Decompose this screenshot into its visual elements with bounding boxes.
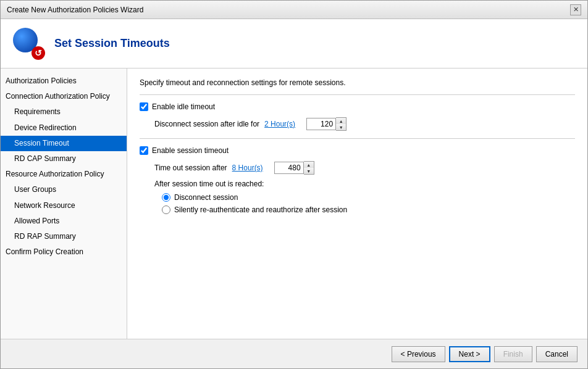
reauth-radio-row: Silently re-authenticate and reauthorize… [162,205,575,214]
sidebar-item-rd-rap-summary[interactable]: RD RAP Summary [1,229,127,244]
page-title: Set Session Timeouts [54,37,170,50]
idle-timeout-checkbox-row: Enable idle timeout [140,102,575,111]
cancel-button[interactable]: Cancel [536,346,578,362]
sidebar-item-requirements[interactable]: Requirements [1,104,127,120]
after-session-label: After session time out is reached: [154,180,575,188]
sidebar-item-resource-auth-policy[interactable]: Resource Authorization Policy [1,167,127,182]
session-spinner: ▲ ▼ [274,161,314,175]
session-hours-label[interactable]: 8 Hour(s) [232,164,263,172]
header-area: ↺ Set Session Timeouts [1,19,587,68]
session-timeout-checkbox[interactable] [140,146,148,155]
sidebar-item-auth-policies[interactable]: Authorization Policies [1,73,127,89]
section-divider-1 [140,138,575,139]
idle-timeout-checkbox[interactable] [140,102,148,111]
footer: < Previous Next > Finish Cancel [1,339,587,368]
sidebar-item-allowed-ports[interactable]: Allowed Ports [1,214,127,229]
reauth-radio-label: Silently re-authenticate and reauthorize… [174,205,347,214]
arrow-icon: ↺ [32,46,45,60]
session-spinner-up[interactable]: ▲ [304,162,314,168]
sidebar-item-rd-cap-summary[interactable]: RD CAP Summary [1,151,127,167]
next-button[interactable]: Next > [449,346,490,362]
wizard-icon: ↺ [13,28,45,60]
sidebar: Authorization PoliciesConnection Authori… [1,68,127,339]
session-spinner-down[interactable]: ▼ [304,168,314,174]
content-area: Specify timeout and reconnection setting… [127,68,587,339]
close-button[interactable]: ✕ [570,4,581,15]
sidebar-item-network-resource[interactable]: Network Resource [1,198,127,214]
sidebar-item-user-groups[interactable]: User Groups [1,182,127,197]
idle-row-label: Disconnect session after idle for [154,120,259,128]
idle-spinner-down[interactable]: ▼ [336,124,346,130]
idle-hours-label[interactable]: 2 Hour(s) [264,120,295,128]
session-timeout-row: Time out session after 8 Hour(s) ▲ ▼ [154,161,575,175]
session-timeout-checkbox-row: Enable session timeout [140,146,575,155]
main-area: Authorization PoliciesConnection Authori… [1,68,587,339]
disconnect-radio-label: Disconnect session [174,193,238,202]
sidebar-item-conn-auth-policy[interactable]: Connection Authorization Policy [1,89,127,104]
previous-button[interactable]: < Previous [392,346,445,362]
session-spinner-buttons: ▲ ▼ [304,161,314,175]
session-row-label: Time out session after [154,164,227,172]
disconnect-radio-row: Disconnect session [162,193,575,202]
sidebar-item-device-redirection[interactable]: Device Redirection [1,120,127,136]
idle-timeout-row: Disconnect session after idle for 2 Hour… [154,117,575,131]
disconnect-radio[interactable] [162,193,170,202]
sidebar-item-session-timeout[interactable]: Session Timeout [1,136,127,151]
title-bar: Create New Authorization Policies Wizard… [1,1,587,19]
session-timeout-label: Enable session timeout [152,146,229,155]
idle-spinner: ▲ ▼ [306,117,346,131]
idle-spinner-buttons: ▲ ▼ [336,117,346,131]
idle-value-input[interactable] [306,118,336,130]
description-text: Specify timeout and reconnection setting… [140,78,575,95]
session-value-input[interactable] [274,162,304,174]
idle-timeout-label: Enable idle timeout [152,102,215,111]
dialog-title: Create New Authorization Policies Wizard [7,6,143,14]
reauth-radio[interactable] [162,205,170,214]
main-dialog: Create New Authorization Policies Wizard… [0,0,588,369]
sidebar-item-confirm-policy[interactable]: Confirm Policy Creation [1,244,127,260]
finish-button[interactable]: Finish [494,346,532,362]
idle-spinner-up[interactable]: ▲ [336,118,346,124]
